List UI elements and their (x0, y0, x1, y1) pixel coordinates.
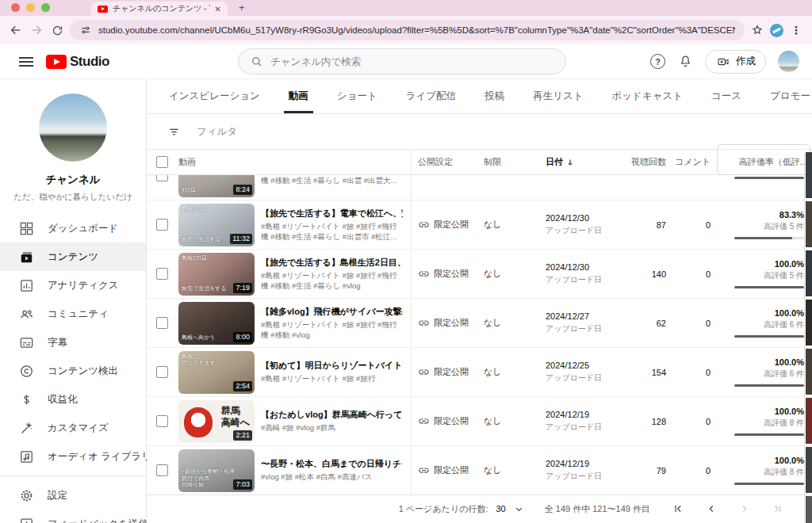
video-tags: 機 #移動 #生活 #暮らし #出雲 #出雲大... (261, 176, 403, 186)
date-cell: 2024/12/30アップロード日 (522, 213, 609, 236)
tab-0[interactable]: インスピレーション (155, 79, 274, 113)
visibility-cell[interactable]: 限定公開 (411, 446, 473, 494)
row-checkbox[interactable] (156, 415, 168, 427)
sidebar-item-7[interactable]: カスタマイズ (0, 414, 146, 442)
sidebar-item-6[interactable]: 収益化 (0, 385, 146, 414)
sidebar-item-label: コミュニティ (48, 307, 109, 321)
video-thumbnail[interactable]: 島根2日目 旅先で生活をする7:19 (178, 253, 255, 296)
sidebar-item-4[interactable]: 字幕 (0, 328, 146, 357)
sidebar-item-8[interactable]: オーディオ ライブラリ (0, 442, 146, 471)
rows-per-page-value[interactable]: 30 (496, 504, 505, 513)
tab-6[interactable]: ポッドキャスト (598, 79, 698, 113)
browser-tab[interactable]: チャンネルのコンテンツ - YouTu ✕ (91, 2, 228, 16)
minimize-window-button[interactable] (26, 3, 35, 12)
create-button[interactable]: 作成 (705, 50, 766, 74)
video-title[interactable]: 【旅先で生活する】島根生活2日目、... (261, 257, 403, 269)
header-date[interactable]: 日付 (522, 156, 609, 168)
row-checkbox[interactable] (156, 317, 168, 329)
row-checkbox[interactable] (156, 366, 168, 378)
video-title[interactable]: 〜長野・松本、白馬までの日帰りチャ... (261, 458, 403, 470)
reload-icon[interactable] (49, 22, 65, 38)
visibility-cell[interactable]: 限定公開 (411, 299, 473, 347)
tab-3[interactable]: ライブ配信 (392, 79, 470, 113)
previous-page-icon[interactable] (704, 502, 718, 516)
tab-4[interactable]: 投稿 (470, 79, 519, 113)
header-restrictions: 制限 (473, 156, 522, 168)
help-icon[interactable]: ? (650, 54, 665, 69)
next-page-icon[interactable] (737, 502, 752, 516)
visibility-cell[interactable]: 限定公開 (411, 348, 473, 396)
restrictions-cell: なし (473, 219, 522, 231)
video-thumbnail[interactable]: 島根に 行ってきます 2:54 (178, 351, 255, 394)
table-row[interactable]: 島根3日目 旅先で生活する11:32 【旅先で生活する】電車で松江へ、荒... … (147, 200, 812, 250)
video-thumbnail[interactable]: 4日目8:24 (178, 175, 255, 197)
visibility-cell[interactable] (411, 175, 473, 200)
date-cell: 2024/12/25アップロード日 (522, 361, 609, 384)
tab-7[interactable]: コース (697, 79, 756, 113)
tab-1[interactable]: 動画 (274, 79, 323, 113)
bookmark-star-icon[interactable] (749, 22, 765, 38)
visibility-cell[interactable]: 限定公開 (411, 200, 473, 249)
video-tags: #島根 #リゾートバイト #旅 #旅行 #飛行機 #移動 #生活 #暮らし #出… (261, 222, 403, 242)
channel-search[interactable] (238, 48, 566, 74)
comments-cell: 0 (672, 269, 717, 279)
row-checkbox[interactable] (156, 464, 168, 476)
forward-icon[interactable] (29, 22, 44, 38)
sidebar-item-9[interactable]: 設定 (0, 481, 146, 510)
browser-menu-icon[interactable]: ⋮ (788, 22, 804, 38)
sidebar-item-3[interactable]: コミュニティ (0, 300, 146, 328)
account-avatar[interactable] (778, 51, 799, 72)
table-row[interactable]: 島根に 行ってきます 2:54 【初めて】明日からリゾートバイトで... #島根… (147, 348, 812, 397)
first-page-icon[interactable] (671, 502, 685, 516)
back-icon[interactable] (8, 22, 24, 38)
video-title[interactable]: 【旅先で生活する】電車で松江へ、荒... (261, 208, 403, 220)
rating-cell (717, 175, 812, 179)
tab-5[interactable]: 再生リスト (519, 79, 597, 113)
search-input[interactable] (270, 56, 556, 67)
table-row[interactable]: 4日目8:24 機 #移動 #生活 #暮らし #出雲 #出雲大... (147, 175, 812, 200)
header-rating[interactable]: 高評価率（低評... (717, 150, 812, 174)
sidebar-item-10[interactable]: フィードバックを送信 (0, 510, 146, 523)
visibility-cell[interactable]: 限定公開 (411, 250, 473, 298)
channel-avatar[interactable] (39, 94, 107, 162)
new-tab-button[interactable]: + (239, 2, 245, 13)
last-page-icon[interactable] (771, 502, 785, 516)
chevron-down-icon[interactable] (514, 504, 524, 514)
filter-input[interactable] (197, 126, 355, 137)
table-row[interactable]: 群馬 高崎へ2:21 【おためしvlog】群馬高崎へ行ってき... #高崎 #旅… (147, 397, 812, 446)
video-thumbnail[interactable]: ~新宿から長野・松本 鈍行で白馬 日帰り旅7:03 (178, 449, 255, 492)
address-bar[interactable]: studio.youtube.com/channel/UCbM6u_517yW8… (70, 20, 745, 40)
close-window-button[interactable] (11, 3, 20, 12)
header-views[interactable]: 視聴回数 (609, 156, 672, 168)
row-checkbox[interactable] (156, 219, 168, 231)
table-row[interactable]: ~新宿から長野・松本 鈍行で白馬 日帰り旅7:03 〜長野・松本、白馬までの日帰… (147, 446, 812, 494)
extension-icon[interactable] (770, 24, 783, 37)
video-thumbnail[interactable]: 島根3日目 旅先で生活する11:32 (178, 204, 255, 246)
sidebar-item-0[interactable]: ダッシュボード (0, 214, 146, 242)
site-settings-icon[interactable] (79, 24, 92, 36)
video-thumbnail[interactable]: 群馬 高崎へ2:21 (178, 400, 255, 443)
studio-logo[interactable]: Studio (46, 54, 109, 70)
video-title[interactable]: 【初めて】明日からリゾートバイトで... (261, 360, 403, 372)
table-row[interactable]: 島根2日目 旅先で生活をする7:19 【旅先で生活する】島根生活2日目、... … (147, 250, 812, 299)
sidebar-item-2[interactable]: アナリティクス (0, 271, 146, 300)
video-thumbnail[interactable]: 島根へ向かう8:00 (178, 302, 255, 345)
notifications-bell-icon[interactable] (677, 54, 693, 70)
zoom-window-button[interactable] (41, 3, 50, 12)
menu-icon[interactable] (19, 57, 33, 67)
video-title[interactable]: 【雑多vlog】飛行機がサイバー攻撃に... (261, 306, 403, 318)
video-title[interactable]: 【おためしvlog】群馬高崎へ行ってき... (261, 409, 403, 421)
sidebar-item-1[interactable]: コンテンツ (0, 242, 146, 271)
studio-header: Studio ? 作成 (0, 44, 812, 79)
tab-2[interactable]: ショート (323, 79, 392, 113)
header-comments[interactable]: コメント (672, 156, 717, 168)
table-row[interactable]: 島根へ向かう8:00 【雑多vlog】飛行機がサイバー攻撃に... #島根 #リ… (147, 299, 812, 348)
visibility-cell[interactable]: 限定公開 (411, 397, 473, 445)
row-checkbox[interactable] (156, 175, 168, 181)
header-visibility: 公開設定 (411, 150, 473, 174)
tab-close-icon[interactable]: ✕ (215, 5, 221, 13)
select-all-checkbox[interactable] (156, 156, 168, 168)
sidebar-item-5[interactable]: コンテンツ検出 (0, 357, 146, 385)
tab-8[interactable]: プロモーション (756, 79, 812, 113)
row-checkbox[interactable] (156, 268, 168, 280)
